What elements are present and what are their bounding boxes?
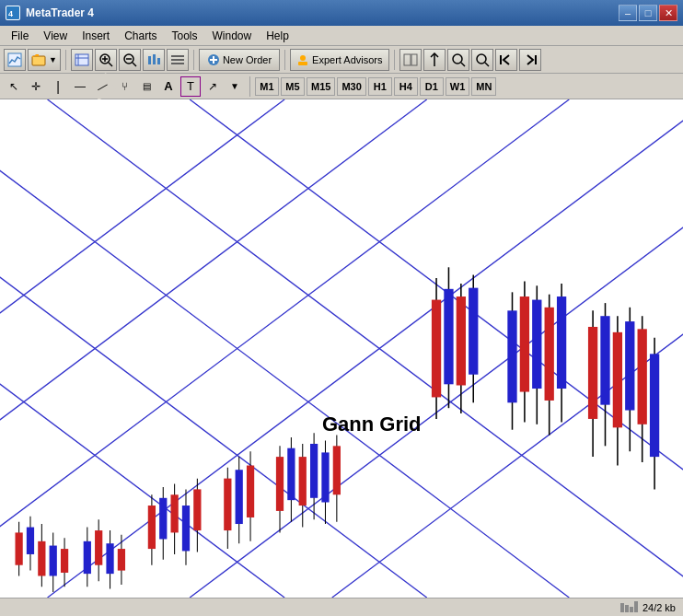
- svg-rect-52: [50, 546, 57, 576]
- zoom-in-chart-button[interactable]: [447, 49, 469, 71]
- fib-tool[interactable]: ▤: [136, 76, 156, 97]
- svg-rect-72: [193, 489, 201, 530]
- svg-rect-78: [247, 466, 254, 517]
- scroll-right-button[interactable]: [519, 49, 541, 71]
- chart-area[interactable]: Gann Grid: [0, 99, 683, 598]
- text-tool[interactable]: A: [158, 76, 179, 97]
- svg-rect-17: [171, 55, 184, 57]
- arrow-tool[interactable]: ↗: [203, 76, 223, 97]
- menu-insert[interactable]: Insert: [75, 28, 117, 44]
- tf-m30[interactable]: M30: [337, 77, 365, 96]
- arrow-down-tool[interactable]: ▼: [225, 76, 245, 97]
- svg-line-29: [461, 63, 465, 66]
- svg-rect-46: [15, 532, 22, 564]
- minimize-button[interactable]: –: [619, 5, 637, 21]
- tf-m15[interactable]: M15: [307, 77, 335, 96]
- history-center-button[interactable]: [399, 49, 422, 71]
- tf-d1[interactable]: D1: [420, 77, 444, 96]
- window-title: MetaTrader 4: [26, 6, 94, 19]
- svg-rect-82: [287, 448, 295, 500]
- svg-line-12: [133, 63, 136, 66]
- horizontal-line-tool[interactable]: —: [70, 76, 90, 97]
- profiles-button[interactable]: [71, 49, 93, 71]
- svg-rect-64: [148, 506, 156, 549]
- svg-rect-62: [118, 549, 125, 571]
- menu-tools[interactable]: Tools: [165, 28, 205, 44]
- separator3: [284, 50, 285, 70]
- svg-rect-100: [507, 310, 516, 402]
- close-button[interactable]: ✕: [659, 5, 677, 21]
- menu-view[interactable]: View: [36, 28, 75, 44]
- tf-h1[interactable]: H1: [368, 77, 392, 96]
- separator1: [65, 50, 66, 70]
- svg-rect-106: [545, 308, 554, 401]
- properties-button[interactable]: [167, 49, 189, 71]
- tf-m5[interactable]: M5: [281, 77, 305, 96]
- cursor-tool[interactable]: ↖: [4, 76, 24, 97]
- candlestick-chart: [0, 99, 683, 598]
- tf-w1[interactable]: W1: [446, 77, 470, 96]
- label-tool[interactable]: T: [180, 76, 201, 97]
- zoom-out-button[interactable]: [119, 49, 141, 71]
- new-order-label: New Order: [223, 54, 272, 65]
- title-bar: 4 MetaTrader 4 – □ ✕: [0, 0, 683, 26]
- svg-rect-18: [171, 59, 184, 61]
- svg-rect-110: [588, 327, 597, 419]
- svg-text:4: 4: [8, 9, 13, 18]
- svg-rect-19: [171, 63, 184, 64]
- svg-rect-98: [469, 288, 478, 375]
- svg-rect-2: [8, 53, 21, 66]
- svg-rect-84: [299, 457, 307, 506]
- svg-rect-123: [630, 607, 633, 612]
- open-button[interactable]: ▼: [28, 49, 61, 71]
- separator2: [193, 50, 194, 70]
- svg-rect-108: [557, 296, 566, 389]
- svg-rect-54: [61, 549, 68, 573]
- svg-rect-114: [613, 332, 622, 427]
- svg-rect-3: [32, 56, 45, 65]
- tf-mn[interactable]: MN: [471, 77, 496, 96]
- svg-rect-58: [95, 530, 102, 565]
- window-controls: – □ ✕: [619, 5, 677, 21]
- trend-line-tool[interactable]: —: [88, 72, 116, 99]
- svg-rect-94: [444, 289, 453, 384]
- svg-rect-60: [106, 543, 113, 574]
- svg-rect-121: [620, 603, 624, 612]
- maximize-button[interactable]: □: [639, 5, 657, 21]
- svg-rect-50: [38, 541, 45, 576]
- pitchfork-tool[interactable]: ⑂: [114, 76, 134, 97]
- chart-size: 24/2 kb: [620, 601, 676, 614]
- tf-h4[interactable]: H4: [394, 77, 418, 96]
- toolbar2: ↖ ✛ | — — ⑂ ▤ A T ↗ ▼ M1 M5 M15 M30 H1 H…: [0, 74, 683, 99]
- expert-advisors-button[interactable]: Expert Advisors: [290, 49, 388, 71]
- crosshair-tool[interactable]: ✛: [26, 76, 46, 97]
- svg-rect-14: [148, 56, 151, 64]
- menu-charts[interactable]: Charts: [117, 28, 164, 44]
- new-order-button[interactable]: New Order: [199, 49, 280, 71]
- zoom-out-chart-button[interactable]: [471, 49, 493, 71]
- options-button[interactable]: [423, 49, 446, 71]
- svg-rect-26: [411, 54, 417, 65]
- separator5: [249, 76, 250, 97]
- svg-point-30: [477, 54, 486, 64]
- tf-m1[interactable]: M1: [255, 77, 279, 96]
- svg-rect-80: [276, 457, 284, 511]
- scroll-left-button[interactable]: [495, 49, 517, 71]
- app-icon: 4: [6, 6, 20, 20]
- menu-help[interactable]: Help: [259, 28, 296, 44]
- size-value: 24/2 kb: [642, 602, 676, 613]
- chart-type-button[interactable]: [143, 49, 165, 71]
- svg-rect-16: [157, 58, 160, 64]
- zoom-in-button[interactable]: [95, 49, 117, 71]
- menu-window[interactable]: Window: [205, 28, 260, 44]
- svg-rect-66: [159, 498, 167, 540]
- new-chart-button[interactable]: [4, 49, 26, 71]
- svg-rect-104: [532, 300, 541, 389]
- menu-file[interactable]: File: [4, 28, 36, 44]
- svg-point-23: [300, 55, 306, 61]
- svg-rect-88: [321, 452, 329, 502]
- size-icon: [620, 601, 639, 614]
- svg-rect-76: [236, 470, 243, 524]
- vertical-line-tool[interactable]: |: [48, 76, 68, 97]
- svg-rect-68: [171, 494, 179, 532]
